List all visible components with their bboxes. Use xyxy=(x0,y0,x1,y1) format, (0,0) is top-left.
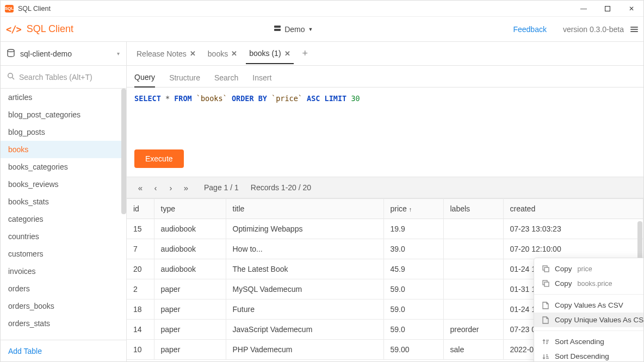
sidebar-item-orders_stats[interactable]: orders_stats xyxy=(1,315,126,332)
cell-id[interactable]: 15 xyxy=(127,219,154,239)
pager-next-button[interactable]: › xyxy=(165,183,177,192)
sidebar-item-books_categories[interactable]: books_categories xyxy=(1,158,126,176)
grid-header-id[interactable]: id xyxy=(127,199,154,219)
svg-point-3 xyxy=(8,49,14,52)
menu-item[interactable]: Copy Unique Values As CSV xyxy=(534,313,643,327)
sidebar-item-orders[interactable]: orders xyxy=(1,280,126,297)
window-maximize-button[interactable] xyxy=(596,1,620,17)
sidebar-item-blog_post_categories[interactable]: blog_post_categories xyxy=(1,106,126,123)
cell-labels[interactable] xyxy=(443,299,503,320)
tab[interactable]: Release Notes✕ xyxy=(133,44,199,64)
titlebar: SQL SQL Client — ✕ xyxy=(1,1,643,17)
subtab-query[interactable]: Query xyxy=(134,73,155,88)
cell-price[interactable]: 19.9 xyxy=(383,219,443,239)
cell-type[interactable]: paper xyxy=(154,320,226,340)
search-tables[interactable]: Search Tables (Alt+T) xyxy=(1,66,126,89)
cell-title[interactable]: The Latest Book xyxy=(226,259,383,279)
grid-header-created[interactable]: created xyxy=(503,199,643,219)
pager: « ‹ › » Page 1 / 1 Records 1-20 / 20 xyxy=(127,177,643,198)
svg-point-4 xyxy=(8,73,13,78)
cell-price[interactable]: 45.9 xyxy=(383,259,443,279)
menu-item[interactable]: Sort Descending xyxy=(534,349,643,361)
cell-labels[interactable] xyxy=(443,259,503,279)
cell-id[interactable]: 14 xyxy=(127,320,154,340)
menu-item[interactable]: Copy Values As CSV xyxy=(534,298,643,313)
new-tab-button[interactable]: + xyxy=(299,48,312,59)
cell-title[interactable]: Optimizing Webapps xyxy=(226,219,383,239)
table-list[interactable]: articlesblog_post_categoriesblog_postsbo… xyxy=(1,89,126,340)
cell-title[interactable]: How to... xyxy=(226,239,383,259)
menu-item[interactable]: Copybooks.price xyxy=(534,276,643,291)
table-row[interactable]: 15audiobookOptimizing Webapps19.907-23 1… xyxy=(127,219,643,239)
close-icon[interactable]: ✕ xyxy=(190,49,196,58)
subtab-insert[interactable]: Insert xyxy=(252,73,271,87)
close-icon[interactable]: ✕ xyxy=(231,49,237,58)
grid-header-title[interactable]: title xyxy=(226,199,383,219)
grid-header-price[interactable]: price↑ xyxy=(383,199,443,219)
cell-labels[interactable] xyxy=(443,279,503,299)
grid-header-type[interactable]: type xyxy=(154,199,226,219)
sidebar-item-orders_books[interactable]: orders_books xyxy=(1,297,126,315)
tab[interactable]: books✕ xyxy=(205,44,240,64)
add-table-button[interactable]: Add Table xyxy=(1,340,126,361)
sidebar-item-blog_posts[interactable]: blog_posts xyxy=(1,123,126,141)
close-icon[interactable]: ✕ xyxy=(284,49,290,58)
cell-title[interactable]: PHP Vademecum xyxy=(226,340,383,360)
window-close-button[interactable]: ✕ xyxy=(620,1,643,17)
cell-type[interactable]: audiobook xyxy=(154,259,226,279)
pager-prev-button[interactable]: ‹ xyxy=(150,183,162,192)
cell-price[interactable]: 59.0 xyxy=(383,279,443,299)
sidebar-item-books[interactable]: books xyxy=(1,141,126,158)
menu-item[interactable]: Copyprice xyxy=(534,261,643,276)
cell-price[interactable]: 59.00 xyxy=(383,340,443,360)
sidebar-item-books_reviews[interactable]: books_reviews xyxy=(1,176,126,193)
execute-button[interactable]: Execute xyxy=(134,149,184,168)
cell-title[interactable]: Future xyxy=(226,299,383,320)
cell-id[interactable]: 20 xyxy=(127,259,154,279)
feedback-link[interactable]: Feedback xyxy=(513,25,546,34)
cell-price[interactable]: 59.0 xyxy=(383,299,443,320)
cell-labels[interactable] xyxy=(443,239,503,259)
cell-id[interactable]: 2 xyxy=(127,279,154,299)
cell-type[interactable]: paper xyxy=(154,299,226,320)
copy-icon xyxy=(542,280,549,287)
database-switcher[interactable]: sql-client-demo ▾ xyxy=(1,42,126,66)
copy-icon xyxy=(542,265,549,272)
tabstrip: Release Notes✕books✕books (1)✕+ xyxy=(127,42,643,66)
cell-title[interactable]: JavaScript Vademecum xyxy=(226,320,383,340)
sidebar-item-invoices[interactable]: invoices xyxy=(1,263,126,280)
tab[interactable]: books (1)✕ xyxy=(246,43,293,64)
cell-created[interactable]: 07-20 12:10:00 xyxy=(503,239,643,259)
menu-button[interactable] xyxy=(630,26,638,33)
sidebar-item-countries[interactable]: countries xyxy=(1,228,126,245)
cell-labels[interactable]: preorder xyxy=(443,320,503,340)
cell-labels[interactable] xyxy=(443,219,503,239)
cell-type[interactable]: paper xyxy=(154,340,226,360)
sidebar-item-categories[interactable]: categories xyxy=(1,210,126,228)
cell-price[interactable]: 39.0 xyxy=(383,239,443,259)
sort-desc-icon xyxy=(542,353,549,360)
pager-last-button[interactable]: » xyxy=(180,183,192,192)
menu-item[interactable]: Sort Ascending xyxy=(534,334,643,349)
cell-id[interactable]: 7 xyxy=(127,239,154,259)
cell-id[interactable]: 10 xyxy=(127,340,154,360)
cell-title[interactable]: MySQL Vademecum xyxy=(226,279,383,299)
subtab-structure[interactable]: Structure xyxy=(169,73,200,87)
subtab-search[interactable]: Search xyxy=(214,73,238,87)
window-minimize-button[interactable]: — xyxy=(572,1,596,17)
pager-first-button[interactable]: « xyxy=(134,183,146,192)
cell-price[interactable]: 59.0 xyxy=(383,320,443,340)
grid-header-labels[interactable]: labels xyxy=(443,199,503,219)
database-selector[interactable]: Demo ▼ xyxy=(274,24,313,34)
table-row[interactable]: 7audiobookHow to...39.007-20 12:10:00 xyxy=(127,239,643,259)
sidebar-item-articles[interactable]: articles xyxy=(1,89,126,106)
cell-type[interactable]: paper xyxy=(154,279,226,299)
cell-type[interactable]: audiobook xyxy=(154,219,226,239)
sidebar-item-books_stats[interactable]: books_stats xyxy=(1,193,126,210)
sidebar-item-customers[interactable]: customers xyxy=(1,245,126,263)
cell-id[interactable]: 18 xyxy=(127,299,154,320)
sql-editor[interactable]: SELECT * FROM `books` ORDER BY `price` A… xyxy=(127,88,643,149)
cell-created[interactable]: 07-23 13:03:23 xyxy=(503,219,643,239)
cell-labels[interactable]: sale xyxy=(443,340,503,360)
cell-type[interactable]: audiobook xyxy=(154,239,226,259)
